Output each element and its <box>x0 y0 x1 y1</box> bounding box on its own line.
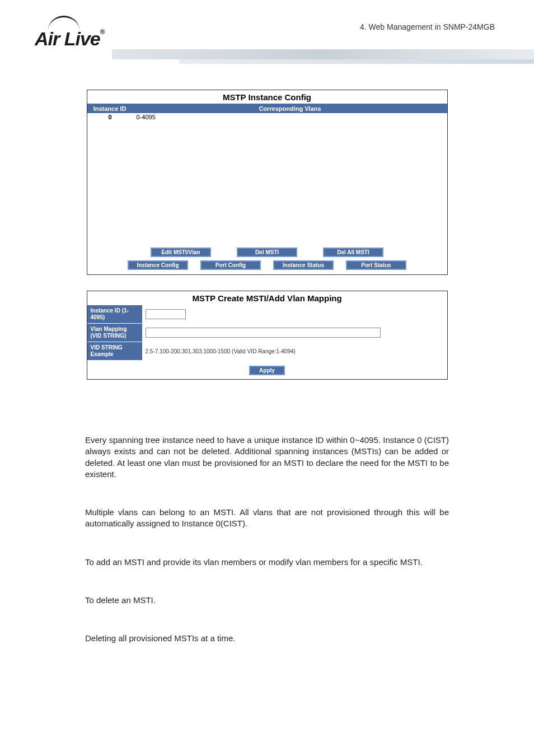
logo: Air Live® <box>35 16 105 50</box>
instance-status-button[interactable]: Instance Status <box>273 260 334 270</box>
th-instance-id[interactable]: Instance ID <box>87 104 133 113</box>
panel-title: MSTP Create MSTI/Add Vlan Mapping <box>87 291 447 305</box>
button-rows: Edit MSTI/Vlan Del MSTI Del All MSTI Ins… <box>87 243 447 274</box>
th-corresponding-vlans: Corresponding Vlans <box>133 104 447 113</box>
cell-vlans: 0-4095 <box>133 113 447 121</box>
apply-button[interactable]: Apply <box>249 366 285 375</box>
paragraph-1: Every spanning tree instance need to hav… <box>85 435 449 480</box>
logo-text: Air Live® <box>35 28 105 50</box>
paragraph-5: Deleting all provisioned MSTIs at a time… <box>85 633 449 644</box>
edit-msti-vlan-button[interactable]: Edit MSTI/Vlan <box>151 248 211 257</box>
del-all-msti-button[interactable]: Del All MSTI <box>323 248 383 257</box>
paragraph-2: Multiple vlans can belong to an MSTI. Al… <box>85 507 449 530</box>
header-gradient <box>112 49 534 59</box>
label-vlan-mapping: Vlan Mapping (VID STRING) <box>87 324 142 342</box>
chapter-label: 4. Web Management in SNMP-24MGB <box>360 22 495 31</box>
field-vlan-mapping <box>142 324 447 342</box>
paragraph-3: To add an MSTI and provide its vlan memb… <box>85 557 449 568</box>
apply-row: Apply <box>87 360 447 379</box>
table-header: Instance ID Corresponding Vlans <box>87 104 447 113</box>
button-row-2: Instance Config Port Config Instance Sta… <box>87 260 447 270</box>
table-row[interactable]: 0 0-4095 <box>87 113 447 121</box>
paragraph-4: To delete an MSTI. <box>85 595 449 606</box>
port-config-button[interactable]: Port Config <box>200 260 261 270</box>
registered-icon: ® <box>100 28 105 36</box>
mstp-instance-config-panel: MSTP Instance Config Instance ID Corresp… <box>87 90 448 275</box>
del-msti-button[interactable]: Del MSTI <box>237 248 297 257</box>
port-status-button[interactable]: Port Status <box>346 260 406 270</box>
cell-instance-id: 0 <box>87 113 133 121</box>
field-instance-id <box>142 305 447 323</box>
label-instance-id: Instance ID (1-4095) <box>87 305 142 323</box>
instance-config-button[interactable]: Instance Config <box>128 260 188 270</box>
vlan-mapping-input[interactable] <box>146 328 381 338</box>
instance-id-input[interactable] <box>146 309 186 319</box>
form-row-instance: Instance ID (1-4095) <box>87 305 447 323</box>
table-body-space <box>87 121 447 243</box>
mstp-create-msti-panel: MSTP Create MSTI/Add Vlan Mapping Instan… <box>87 291 448 380</box>
logo-label: Air Live <box>35 28 100 49</box>
field-example-text: 2.5-7.100-200.301.303.1000-1500 (Valid V… <box>142 342 447 360</box>
form-row-example: VID STRING Example 2.5-7.100-200.301.303… <box>87 342 447 360</box>
form-rows: Instance ID (1-4095) Vlan Mapping (VID S… <box>87 305 447 360</box>
label-vid-string-example: VID STRING Example <box>87 342 142 360</box>
form-row-vlan-mapping: Vlan Mapping (VID STRING) <box>87 323 447 342</box>
header-gradient-2 <box>179 59 534 64</box>
button-row-1: Edit MSTI/Vlan Del MSTI Del All MSTI <box>87 248 447 257</box>
panel-title: MSTP Instance Config <box>87 90 447 104</box>
